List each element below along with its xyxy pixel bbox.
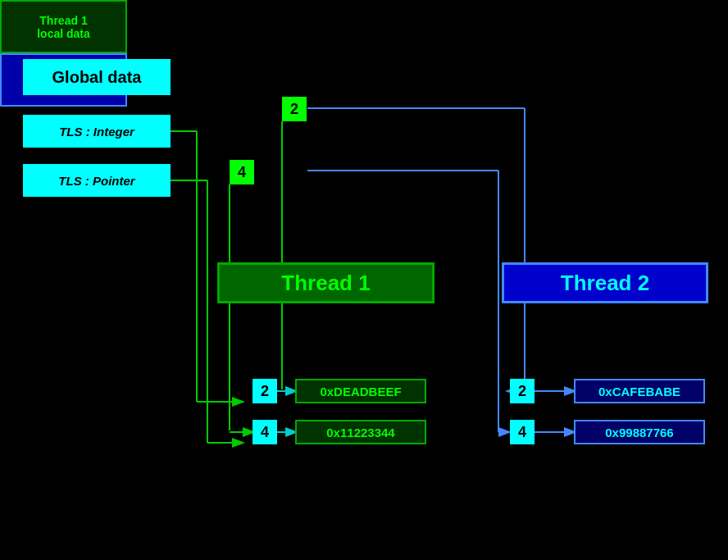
thread1-index4-badge: 4 — [253, 420, 277, 444]
thread1-local-data: Thread 1 local data — [0, 0, 127, 53]
thread2-int-value: 0xCAFEBABE — [574, 379, 705, 403]
global-index2-badge: 2 — [282, 97, 307, 121]
global-index4-badge: 4 — [230, 160, 254, 184]
tls-pointer-box: TLS : Pointer — [23, 164, 171, 197]
thread2-index4-badge: 4 — [510, 420, 535, 444]
thread1-local-label: Thread 1 local data — [37, 14, 90, 40]
thread2-box: Thread 2 — [502, 262, 708, 303]
thread1-box: Thread 1 — [217, 262, 435, 303]
thread1-index2-badge: 2 — [253, 379, 277, 403]
thread1-ptr-value: 0x11223344 — [295, 420, 426, 444]
thread2-ptr-value: 0x99887766 — [574, 420, 705, 444]
thread2-index2-badge: 2 — [510, 379, 535, 403]
tls-integer-box: TLS : Integer — [23, 115, 171, 148]
global-data-box: Global data — [23, 59, 171, 95]
thread1-int-value: 0xDEADBEEF — [295, 379, 426, 403]
